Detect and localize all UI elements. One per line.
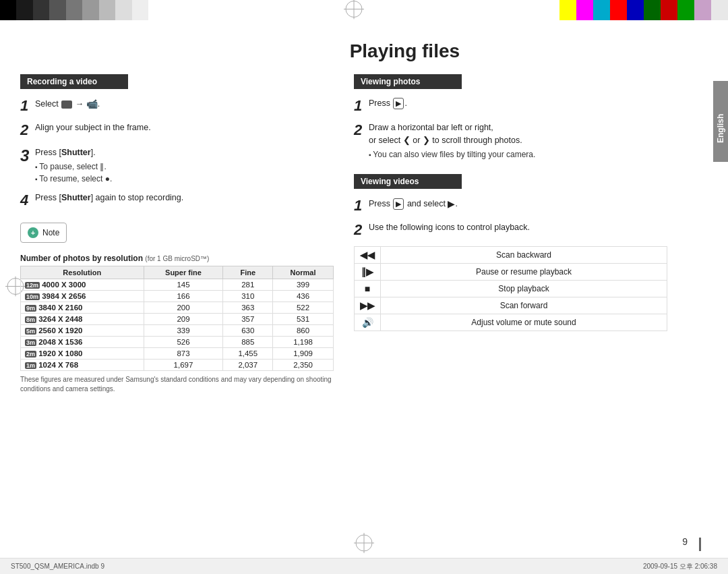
res-sf: 200	[144, 302, 223, 313]
res-fine: 885	[223, 336, 273, 347]
control-row: ■ Stop playback	[355, 280, 667, 297]
swatch-gray3	[82, 0, 98, 20]
note-icon: +	[28, 227, 38, 238]
control-label: Adjust volume or mute sound	[381, 314, 667, 331]
res-icon-cell: 5m 2560 X 1920	[21, 324, 144, 336]
swatch-light1	[99, 0, 115, 20]
step-record-1: 1 Select → 📹.	[20, 97, 334, 115]
language-tab-label: English	[713, 88, 728, 169]
res-icon-cell: 12m 4000 X 3000	[21, 279, 144, 290]
res-icon-cell: 10m 3984 X 2656	[21, 290, 144, 302]
control-icon: ‖▶	[355, 263, 381, 280]
viewing-photos-header: Viewing photos	[354, 74, 462, 89]
res-fine: 281	[223, 279, 273, 290]
control-label: Scan backward	[381, 246, 667, 263]
res-sf: 873	[144, 347, 223, 359]
res-normal: 1,909	[273, 347, 334, 359]
step-record-4: 4 Press [Shutter] again to stop recordin…	[20, 192, 334, 209]
res-normal: 436	[273, 290, 334, 302]
swatch-magenta	[576, 0, 593, 20]
res-fine: 2,037	[223, 359, 273, 370]
step-num-1: 1	[20, 97, 35, 115]
vp-step-num-2: 2	[354, 121, 369, 139]
res-normal: 860	[273, 324, 334, 336]
res-sf: 166	[144, 290, 223, 302]
res-icon-cell: 9m 3840 X 2160	[21, 302, 144, 313]
recording-header: Recording a video	[20, 74, 128, 89]
res-normal: 2,350	[273, 359, 334, 370]
control-icon: ■	[355, 280, 381, 297]
swatch-gray2	[66, 0, 82, 20]
note-label: Note	[42, 228, 59, 237]
res-icon-cell: 2m 1920 X 1080	[21, 347, 144, 359]
swatch-red	[610, 0, 627, 20]
resolution-section: Number of photos by resolution (for 1 GB…	[20, 254, 334, 394]
viewing-videos-section: Viewing videos 1 Press ▶ and select ▶. 2…	[354, 174, 667, 331]
vp-step-num-1: 1	[354, 97, 369, 115]
swatch-yellow	[559, 0, 576, 20]
res-icon-cell: 8m 3264 X 2448	[21, 313, 144, 324]
color-strip-top	[0, 0, 728, 20]
step-content-4: Press [Shutter] again to stop recording.	[35, 192, 334, 204]
resolution-subtitle: (for 1 GB microSD™)	[145, 255, 209, 262]
col-superfine: Super fine	[144, 266, 223, 279]
footer-left: ST500_QSM_AMERICA.indb 9	[11, 563, 104, 570]
swatch-white1	[132, 0, 148, 20]
vv-step-num-2: 2	[354, 221, 369, 239]
resolution-table: Resolution Super fine Fine Normal 12m 40…	[20, 266, 334, 371]
table-row: 8m 3264 X 2448 209 357 531	[21, 313, 334, 324]
control-row: ◀◀ Scan backward	[355, 246, 667, 263]
res-fine: 310	[223, 290, 273, 302]
res-sf: 339	[144, 324, 223, 336]
col-normal: Normal	[273, 266, 334, 279]
resolution-footnote: These figures are measured under Samsung…	[20, 375, 334, 394]
table-row: 3m 2048 X 1536 526 885 1,198	[21, 336, 334, 347]
swatch-blue	[627, 0, 644, 20]
page-number: 9	[682, 536, 688, 547]
content-columns: Recording a video 1 Select → 📹. 2 Align …	[20, 74, 667, 394]
swatch-darkred	[661, 0, 677, 20]
res-sf: 1,697	[144, 359, 223, 370]
vv-step-num-1: 1	[354, 197, 369, 214]
vp-step-1: 1 Press ▶.	[354, 97, 667, 115]
control-icon: ◀◀	[355, 246, 381, 263]
res-sf: 145	[144, 279, 223, 290]
vv-step-1: 1 Press ▶ and select ▶.	[354, 197, 667, 214]
vv-step-content-2: Use the following icons to control playb…	[369, 221, 667, 234]
control-row: ‖▶ Pause or resume playback	[355, 263, 667, 280]
bottom-crosshair	[354, 533, 374, 555]
table-row: 5m 2560 X 1920 339 630 860	[21, 324, 334, 336]
table-row: 2m 1920 X 1080 873 1,455 1,909	[21, 347, 334, 359]
step-num-3: 3	[20, 146, 35, 166]
control-icon: 🔊	[355, 314, 381, 331]
left-column: Recording a video 1 Select → 📹. 2 Align …	[20, 74, 334, 394]
swatch-cyan	[593, 0, 610, 20]
right-column: Viewing photos 1 Press ▶. 2 Draw a horiz…	[354, 74, 667, 394]
swatch-black	[0, 0, 16, 20]
swatch-gray1	[49, 0, 65, 20]
step-content-1: Select → 📹.	[35, 97, 334, 111]
resolution-title: Number of photos by resolution (for 1 GB…	[20, 254, 334, 263]
res-normal: 1,198	[273, 336, 334, 347]
table-row: 10m 3984 X 2656 166 310 436	[21, 290, 334, 302]
res-normal: 522	[273, 302, 334, 313]
play-btn-icon: ▶	[393, 98, 404, 109]
control-label: Stop playback	[381, 280, 667, 297]
step-num-2: 2	[20, 121, 35, 139]
table-row: 9m 3840 X 2160 200 363 522	[21, 302, 334, 313]
page-line	[699, 538, 701, 551]
vp-step-content-2: Draw a horizontal bar left or right, or …	[369, 121, 667, 161]
res-sf: 526	[144, 336, 223, 347]
table-row: 12m 4000 X 3000 145 281 399	[21, 279, 334, 290]
step-num-4: 4	[20, 192, 35, 209]
vp-step-2: 2 Draw a horizontal bar left or right, o…	[354, 121, 667, 161]
step-record-2: 2 Align your subject in the frame.	[20, 121, 334, 139]
control-row: ▶▶ Scan forward	[355, 297, 667, 314]
res-fine: 1,455	[223, 347, 273, 359]
res-fine: 630	[223, 324, 273, 336]
res-fine: 357	[223, 313, 273, 324]
footer-right: 2009-09-15 오후 2:06:38	[643, 562, 717, 571]
step-record-3: 3 Press [Shutter]. To pause, select ‖. T…	[20, 146, 334, 185]
res-sf: 209	[144, 313, 223, 324]
swatch-dark2	[33, 0, 49, 20]
